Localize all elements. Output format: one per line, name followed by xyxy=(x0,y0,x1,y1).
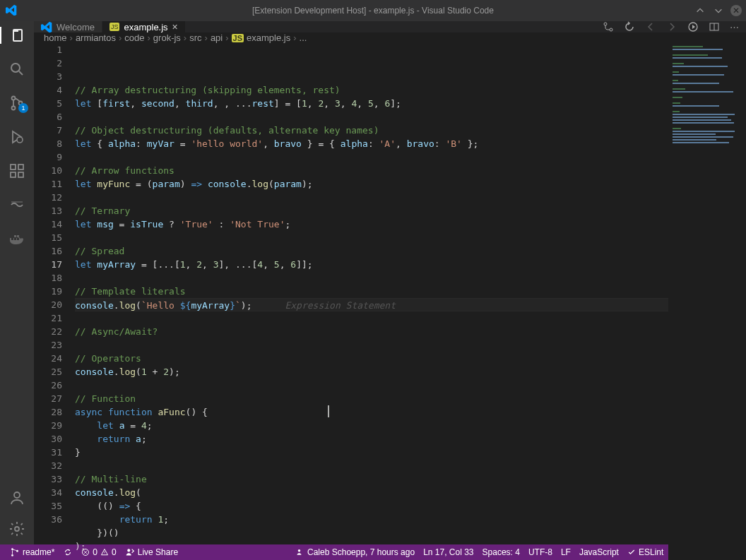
more-actions-icon[interactable]: ⋯ xyxy=(730,22,739,32)
minimize-icon[interactable] xyxy=(694,4,706,17)
activity-explorer[interactable] xyxy=(0,27,34,44)
svg-point-5 xyxy=(17,137,23,143)
revert-icon[interactable] xyxy=(624,21,635,32)
breadcrumb-item[interactable]: src xyxy=(189,32,201,43)
svg-point-3 xyxy=(12,107,16,110)
code-editor[interactable]: 1234567891011121314151617181920212223242… xyxy=(34,43,746,560)
breadcrumb-item[interactable]: example.js xyxy=(247,32,290,43)
svg-point-12 xyxy=(604,23,607,25)
svg-point-18 xyxy=(11,554,13,556)
activity-extensions[interactable] xyxy=(0,162,34,179)
tab-welcome[interactable]: Welcome xyxy=(34,21,102,32)
breadcrumb-item[interactable]: grok-js xyxy=(153,32,181,43)
breadcrumb-item[interactable]: home xyxy=(44,32,67,43)
activity-docker[interactable] xyxy=(0,230,34,247)
vscode-app-icon xyxy=(6,4,17,18)
split-editor-icon[interactable] xyxy=(709,21,720,32)
svg-point-11 xyxy=(15,527,19,531)
svg-rect-7 xyxy=(11,172,16,177)
svg-point-2 xyxy=(12,97,16,100)
svg-point-10 xyxy=(14,492,20,498)
activity-source-control[interactable]: 1 xyxy=(0,95,34,112)
tab-example-js[interactable]: JS example.js × xyxy=(102,21,186,32)
close-icon[interactable]: ✕ xyxy=(730,5,742,16)
breadcrumb-item[interactable]: armiantos xyxy=(76,32,116,43)
activity-bar: 1 xyxy=(0,21,34,544)
nav-forward-icon[interactable] xyxy=(666,21,677,32)
breadcrumb-item[interactable]: code xyxy=(124,32,144,43)
editor-area: Welcome JS example.js × ⋯ home› armianto… xyxy=(34,21,746,544)
activity-settings[interactable] xyxy=(0,520,34,537)
svg-rect-9 xyxy=(18,165,23,169)
tab-example-label: example.js xyxy=(124,22,167,32)
svg-point-13 xyxy=(610,28,612,31)
minimap[interactable] xyxy=(668,43,746,560)
svg-rect-8 xyxy=(18,172,23,177)
nav-back-icon[interactable] xyxy=(645,21,656,32)
activity-run-debug[interactable] xyxy=(0,129,34,145)
window-title: [Extension Development Host] - example.j… xyxy=(252,6,494,16)
close-icon[interactable]: × xyxy=(172,21,178,32)
text-cursor xyxy=(328,405,329,417)
activity-remote[interactable] xyxy=(0,196,34,213)
editor-tabs: Welcome JS example.js × ⋯ xyxy=(34,21,746,32)
breadcrumb-item[interactable]: ... xyxy=(300,32,307,43)
run-icon[interactable] xyxy=(687,21,699,32)
svg-point-0 xyxy=(11,64,20,72)
compare-changes-icon[interactable] xyxy=(603,21,614,32)
breadcrumbs[interactable]: home› armiantos› code› grok-js› src› api… xyxy=(34,32,746,43)
breadcrumb-item[interactable]: api xyxy=(211,32,223,43)
titlebar: [Extension Development Host] - example.j… xyxy=(0,0,746,21)
activity-search[interactable] xyxy=(0,61,34,78)
svg-rect-6 xyxy=(11,165,16,169)
code-content[interactable]: // Array destructuring (skipping element… xyxy=(75,43,746,560)
maximize-icon[interactable] xyxy=(712,4,725,17)
activity-accounts[interactable] xyxy=(0,489,34,506)
js-file-icon: JS xyxy=(109,23,120,31)
tab-welcome-label: Welcome xyxy=(57,22,95,32)
js-file-icon: JS xyxy=(232,34,244,42)
svg-line-1 xyxy=(19,71,23,75)
scm-badge: 1 xyxy=(18,103,28,113)
line-number-gutter: 1234567891011121314151617181920212223242… xyxy=(34,43,75,560)
